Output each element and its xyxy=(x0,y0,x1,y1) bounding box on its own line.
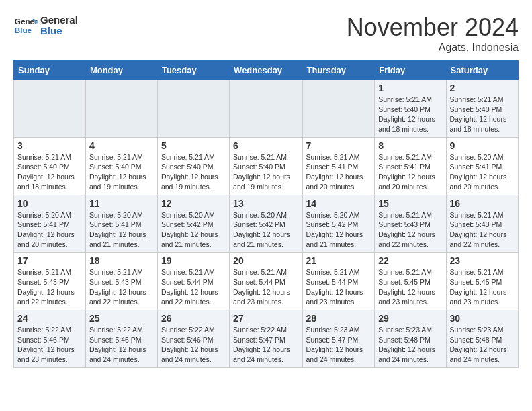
calendar-cell: 21Sunrise: 5:21 AM Sunset: 5:44 PM Dayli… xyxy=(302,253,375,310)
day-info: Sunrise: 5:22 AM Sunset: 5:46 PM Dayligh… xyxy=(89,325,154,365)
page-header: General Blue General Blue November 2024 … xyxy=(13,13,519,54)
day-info: Sunrise: 5:22 AM Sunset: 5:46 PM Dayligh… xyxy=(17,325,82,365)
weekday-header: Saturday xyxy=(446,61,518,80)
day-info: Sunrise: 5:21 AM Sunset: 5:40 PM Dayligh… xyxy=(89,152,154,192)
calendar-week-row: 17Sunrise: 5:21 AM Sunset: 5:43 PM Dayli… xyxy=(14,253,519,310)
calendar-cell: 17Sunrise: 5:21 AM Sunset: 5:43 PM Dayli… xyxy=(14,253,86,310)
day-number: 18 xyxy=(89,255,154,266)
day-number: 26 xyxy=(161,313,226,324)
calendar-cell: 7Sunrise: 5:21 AM Sunset: 5:41 PM Daylig… xyxy=(302,137,375,195)
logo: General Blue General Blue xyxy=(13,13,78,38)
title-block: November 2024 Agats, Indonesia xyxy=(347,13,519,54)
day-info: Sunrise: 5:21 AM Sunset: 5:45 PM Dayligh… xyxy=(450,267,515,307)
calendar-cell: 10Sunrise: 5:20 AM Sunset: 5:41 PM Dayli… xyxy=(14,195,86,253)
calendar-cell: 15Sunrise: 5:21 AM Sunset: 5:43 PM Dayli… xyxy=(375,195,446,253)
calendar-cell: 18Sunrise: 5:21 AM Sunset: 5:43 PM Dayli… xyxy=(85,253,157,310)
day-info: Sunrise: 5:21 AM Sunset: 5:44 PM Dayligh… xyxy=(306,267,371,307)
day-number: 11 xyxy=(89,198,154,209)
day-info: Sunrise: 5:23 AM Sunset: 5:48 PM Dayligh… xyxy=(450,325,515,365)
calendar-week-row: 1Sunrise: 5:21 AM Sunset: 5:40 PM Daylig… xyxy=(14,80,519,138)
day-number: 15 xyxy=(378,198,442,209)
weekday-header: Wednesday xyxy=(230,61,302,80)
day-number: 24 xyxy=(17,313,82,324)
day-info: Sunrise: 5:22 AM Sunset: 5:46 PM Dayligh… xyxy=(161,325,226,365)
calendar-cell: 6Sunrise: 5:21 AM Sunset: 5:40 PM Daylig… xyxy=(230,137,302,195)
logo-line2: Blue xyxy=(40,26,78,37)
calendar-cell: 29Sunrise: 5:23 AM Sunset: 5:48 PM Dayli… xyxy=(375,310,446,368)
day-info: Sunrise: 5:21 AM Sunset: 5:40 PM Dayligh… xyxy=(17,152,82,192)
day-info: Sunrise: 5:21 AM Sunset: 5:43 PM Dayligh… xyxy=(17,267,82,307)
weekday-header: Tuesday xyxy=(157,61,229,80)
calendar-week-row: 3Sunrise: 5:21 AM Sunset: 5:40 PM Daylig… xyxy=(14,137,519,195)
day-info: Sunrise: 5:21 AM Sunset: 5:45 PM Dayligh… xyxy=(378,267,442,307)
day-number: 9 xyxy=(450,140,515,151)
day-number: 4 xyxy=(89,140,154,151)
calendar-cell: 9Sunrise: 5:20 AM Sunset: 5:41 PM Daylig… xyxy=(446,137,518,195)
day-info: Sunrise: 5:23 AM Sunset: 5:47 PM Dayligh… xyxy=(306,325,371,365)
weekday-header: Friday xyxy=(375,61,446,80)
calendar-week-row: 24Sunrise: 5:22 AM Sunset: 5:46 PM Dayli… xyxy=(14,310,519,368)
calendar-cell: 2Sunrise: 5:21 AM Sunset: 5:40 PM Daylig… xyxy=(446,80,518,138)
calendar-cell: 19Sunrise: 5:21 AM Sunset: 5:44 PM Dayli… xyxy=(157,253,229,310)
day-number: 19 xyxy=(161,255,226,266)
day-info: Sunrise: 5:23 AM Sunset: 5:48 PM Dayligh… xyxy=(378,325,442,365)
day-info: Sunrise: 5:20 AM Sunset: 5:41 PM Dayligh… xyxy=(450,152,515,192)
day-number: 30 xyxy=(450,313,515,324)
day-number: 8 xyxy=(378,140,442,151)
day-number: 22 xyxy=(378,255,442,266)
day-number: 3 xyxy=(17,140,82,151)
calendar: SundayMondayTuesdayWednesdayThursdayFrid… xyxy=(13,60,519,368)
day-number: 20 xyxy=(233,255,298,266)
calendar-cell xyxy=(14,80,86,138)
day-number: 7 xyxy=(306,140,371,151)
day-number: 14 xyxy=(306,198,371,209)
calendar-cell: 3Sunrise: 5:21 AM Sunset: 5:40 PM Daylig… xyxy=(14,137,86,195)
calendar-cell: 8Sunrise: 5:21 AM Sunset: 5:41 PM Daylig… xyxy=(375,137,446,195)
weekday-header: Thursday xyxy=(302,61,375,80)
day-info: Sunrise: 5:21 AM Sunset: 5:43 PM Dayligh… xyxy=(89,267,154,307)
day-number: 17 xyxy=(17,255,82,266)
day-info: Sunrise: 5:21 AM Sunset: 5:41 PM Dayligh… xyxy=(306,152,371,192)
day-info: Sunrise: 5:20 AM Sunset: 5:41 PM Dayligh… xyxy=(17,210,82,250)
calendar-cell: 11Sunrise: 5:20 AM Sunset: 5:41 PM Dayli… xyxy=(85,195,157,253)
calendar-cell: 25Sunrise: 5:22 AM Sunset: 5:46 PM Dayli… xyxy=(85,310,157,368)
day-info: Sunrise: 5:21 AM Sunset: 5:44 PM Dayligh… xyxy=(161,267,226,307)
day-info: Sunrise: 5:21 AM Sunset: 5:40 PM Dayligh… xyxy=(233,152,298,192)
calendar-cell: 1Sunrise: 5:21 AM Sunset: 5:40 PM Daylig… xyxy=(375,80,446,138)
day-number: 10 xyxy=(17,198,82,209)
day-number: 6 xyxy=(233,140,298,151)
calendar-cell: 14Sunrise: 5:20 AM Sunset: 5:42 PM Dayli… xyxy=(302,195,375,253)
calendar-cell: 12Sunrise: 5:20 AM Sunset: 5:42 PM Dayli… xyxy=(157,195,229,253)
day-number: 12 xyxy=(161,198,226,209)
calendar-cell: 13Sunrise: 5:20 AM Sunset: 5:42 PM Dayli… xyxy=(230,195,302,253)
calendar-header-row: SundayMondayTuesdayWednesdayThursdayFrid… xyxy=(14,61,519,80)
day-info: Sunrise: 5:21 AM Sunset: 5:41 PM Dayligh… xyxy=(378,152,442,192)
weekday-header: Sunday xyxy=(14,61,86,80)
calendar-cell: 5Sunrise: 5:21 AM Sunset: 5:40 PM Daylig… xyxy=(157,137,229,195)
calendar-cell xyxy=(157,80,229,138)
day-number: 25 xyxy=(89,313,154,324)
day-info: Sunrise: 5:20 AM Sunset: 5:42 PM Dayligh… xyxy=(233,210,298,250)
day-info: Sunrise: 5:20 AM Sunset: 5:42 PM Dayligh… xyxy=(161,210,226,250)
logo-icon: General Blue xyxy=(13,13,38,38)
calendar-cell: 16Sunrise: 5:21 AM Sunset: 5:43 PM Dayli… xyxy=(446,195,518,253)
svg-text:Blue: Blue xyxy=(15,26,32,34)
location: Agats, Indonesia xyxy=(347,42,519,54)
day-number: 27 xyxy=(233,313,298,324)
day-number: 28 xyxy=(306,313,371,324)
day-info: Sunrise: 5:21 AM Sunset: 5:44 PM Dayligh… xyxy=(233,267,298,307)
day-number: 5 xyxy=(161,140,226,151)
calendar-cell: 4Sunrise: 5:21 AM Sunset: 5:40 PM Daylig… xyxy=(85,137,157,195)
day-info: Sunrise: 5:21 AM Sunset: 5:43 PM Dayligh… xyxy=(450,210,515,250)
calendar-cell: 22Sunrise: 5:21 AM Sunset: 5:45 PM Dayli… xyxy=(375,253,446,310)
calendar-week-row: 10Sunrise: 5:20 AM Sunset: 5:41 PM Dayli… xyxy=(14,195,519,253)
calendar-cell: 28Sunrise: 5:23 AM Sunset: 5:47 PM Dayli… xyxy=(302,310,375,368)
calendar-cell: 30Sunrise: 5:23 AM Sunset: 5:48 PM Dayli… xyxy=(446,310,518,368)
day-number: 23 xyxy=(450,255,515,266)
calendar-cell: 26Sunrise: 5:22 AM Sunset: 5:46 PM Dayli… xyxy=(157,310,229,368)
day-info: Sunrise: 5:20 AM Sunset: 5:41 PM Dayligh… xyxy=(89,210,154,250)
day-info: Sunrise: 5:21 AM Sunset: 5:40 PM Dayligh… xyxy=(161,152,226,192)
day-number: 2 xyxy=(450,83,515,93)
logo-line1: General xyxy=(40,15,78,26)
calendar-cell: 20Sunrise: 5:21 AM Sunset: 5:44 PM Dayli… xyxy=(230,253,302,310)
